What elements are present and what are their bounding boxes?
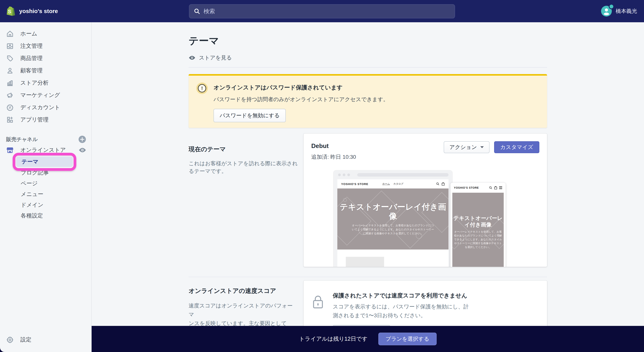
preview-cart-icon	[494, 186, 497, 190]
sidebar-item-label: 商品管理	[20, 55, 42, 62]
products-icon	[6, 55, 14, 62]
sidebar-item-domains[interactable]: ドメイン	[0, 200, 91, 210]
preview-store-logo-mobile: YOSHIO'S STORE	[454, 186, 479, 189]
home-icon	[6, 30, 14, 38]
disable-password-button[interactable]: パスワードを無効にする	[214, 109, 286, 122]
apps-icon	[6, 116, 14, 124]
eye-icon	[188, 55, 196, 60]
user-menu[interactable]: 橋本義光	[601, 0, 637, 22]
header-divider	[188, 67, 547, 68]
store-name: yoshio's store	[19, 8, 58, 14]
view-online-store-eye-icon[interactable]	[78, 147, 91, 153]
trial-bar: トライアルは残り12日です プランを選択する	[0, 326, 644, 352]
preview-cart-icon	[442, 182, 445, 186]
section-heading: オンラインストアの速度スコア	[188, 287, 294, 295]
sidebar-item-label: ディスカウント	[20, 104, 60, 111]
theme-name: Debut	[311, 142, 356, 149]
preview-search-icon	[489, 186, 492, 189]
svg-text:S: S	[8, 9, 11, 14]
search-icon	[194, 8, 200, 14]
preview-placeholder-block	[346, 257, 384, 267]
sidebar-item-label: アプリ管理	[20, 116, 48, 124]
sidebar-item-apps[interactable]: アプリ管理	[0, 114, 91, 126]
preview-nav-home: ホーム	[382, 182, 390, 186]
preview-store-logo: YOSHIO'S STORE	[341, 182, 368, 186]
browser-chrome	[334, 170, 452, 179]
trial-message: トライアルは残り12日です	[299, 335, 368, 343]
sidebar-item-analytics[interactable]: ストア分析	[0, 77, 91, 89]
global-search[interactable]	[189, 4, 455, 19]
preview-nav-catalog: カタログ	[393, 182, 404, 186]
password-protection-banner: ! オンラインストアはパスワード保護されています パスワードを持つ訪問者のみがオ…	[188, 74, 547, 128]
sidebar-item-label: ページ	[21, 180, 38, 187]
speed-card-body-line: スコアを表示するには、パスワード保護を無効にし、計	[333, 302, 469, 311]
preview-hero-desktop: テキストオーバーレイ付き画像 オーバーレイテキストを使用して、お客様があなたのブ…	[337, 189, 448, 250]
discounts-icon	[6, 104, 14, 111]
sidebar-item-themes[interactable]: テーマ	[16, 157, 73, 167]
sidebar-item-navigation[interactable]: メニュー	[0, 189, 91, 200]
speed-card-body-line: 測されるまで1〜3日お待ちください。	[333, 311, 469, 320]
marketing-icon	[6, 91, 14, 99]
main-content: テーマ ストアを見る ! オンラインストアはパスワード保護されています パスワー…	[92, 22, 644, 352]
sidebar-item-customers[interactable]: 顧客管理	[0, 65, 91, 77]
shopify-logo-icon: S	[6, 6, 15, 16]
customize-theme-button[interactable]: カスタマイズ	[494, 141, 539, 153]
theme-added-date: 追加済: 昨日 10:30	[311, 153, 356, 161]
online-store-subnav: テーマ ブログ記事 ページ メニュー ドメイン 各種設定	[0, 157, 91, 221]
sidebar: ホーム 注文管理 商品管理 顧客管理 ストア分析	[0, 22, 92, 352]
preview-hero-mobile: テキストオーバーレイ付き画像 オーバーレイテキストを使用して、お客様があなたのブ…	[452, 193, 504, 267]
section-description-line: 速度スコアはオンラインストアのパフォーマ	[188, 301, 294, 319]
section-divider	[188, 277, 547, 277]
selected-item-pill: テーマ	[16, 157, 73, 167]
orders-icon	[6, 42, 14, 50]
add-sales-channel-button[interactable]	[78, 136, 86, 143]
sidebar-item-blog-posts[interactable]: ブログ記事	[0, 167, 91, 178]
sidebar-item-label: 注文管理	[20, 42, 42, 50]
actions-label: アクション	[450, 143, 477, 151]
sidebar-item-label: テーマ	[22, 158, 38, 166]
view-store-label: ストアを見る	[199, 54, 232, 61]
sales-channels-header: 販売チャネル	[0, 134, 91, 144]
sidebar-item-discounts[interactable]: ディスカウント	[0, 101, 91, 114]
sidebar-item-label: オンラインストア	[20, 146, 66, 154]
sidebar-item-preferences[interactable]: 各種設定	[0, 210, 91, 221]
store-brand[interactable]: S yoshio's store	[0, 6, 92, 16]
search-input[interactable]	[204, 8, 434, 15]
theme-preview-mobile[interactable]: YOSHIO'S STORE テキストオーバーレイ付き画像 オーバーレイテキスト…	[450, 183, 506, 267]
storefront-icon	[6, 146, 14, 154]
page-title: テーマ	[188, 22, 547, 48]
banner-body: パスワードを持つ訪問者のみがオンラインストアにアクセスできます。	[214, 96, 388, 103]
section-heading: 現在のテーマ	[188, 145, 294, 153]
sidebar-item-orders[interactable]: 注文管理	[0, 40, 91, 52]
sidebar-item-label: 顧客管理	[20, 67, 42, 74]
theme-preview-desktop[interactable]: YOSHIO'S STORE ホーム カタログ	[334, 170, 452, 267]
chevron-down-icon	[480, 146, 484, 148]
select-plan-button[interactable]: プランを選択する	[378, 333, 436, 345]
warning-icon: !	[196, 83, 208, 94]
sidebar-item-online-store[interactable]: オンラインストア	[0, 144, 91, 156]
user-name: 橋本義光	[616, 8, 637, 15]
sidebar-item-home[interactable]: ホーム	[0, 28, 91, 40]
hamburger-menu-icon	[499, 186, 502, 189]
sidebar-item-label: メニュー	[21, 190, 43, 198]
address-bar	[357, 173, 448, 177]
preview-search-icon	[436, 182, 439, 186]
current-theme-card: Debut 追加済: 昨日 10:30 アクション カスタマイズ	[304, 134, 547, 267]
sidebar-item-label: ストア分析	[20, 79, 48, 87]
avatar-status-dot	[610, 5, 613, 9]
sidebar-item-settings[interactable]: 設定	[0, 332, 91, 347]
sidebar-item-label: マーケティング	[20, 91, 60, 99]
sidebar-item-label: ホーム	[20, 30, 37, 38]
sidebar-item-label: 設定	[20, 336, 32, 343]
speed-card-title: 保護されたストアでは速度スコアを利用できません	[333, 292, 469, 300]
view-store-link[interactable]: ストアを見る	[188, 54, 547, 61]
top-bar: S yoshio's store 橋本義光	[0, 0, 644, 22]
sidebar-item-pages[interactable]: ページ	[0, 178, 91, 189]
customers-icon	[6, 67, 14, 74]
sidebar-item-products[interactable]: 商品管理	[0, 52, 91, 65]
theme-actions-dropdown[interactable]: アクション	[444, 141, 490, 153]
sidebar-item-label: ブログ記事	[21, 169, 49, 177]
analytics-icon	[6, 79, 14, 87]
gear-icon	[6, 336, 14, 343]
sidebar-item-marketing[interactable]: マーケティング	[0, 89, 91, 101]
